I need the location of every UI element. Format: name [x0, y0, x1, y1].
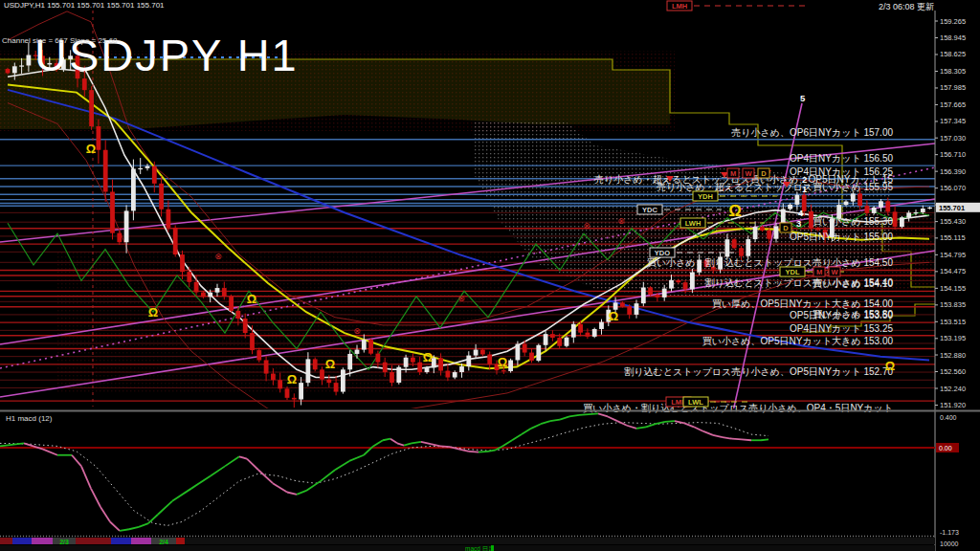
- session-strip: [0, 536, 935, 551]
- main-chart-region[interactable]: [0, 11, 935, 407]
- symbol-ohlc-readout: USDJPY,H1 155.701 155.701 155.701 155.70…: [4, 1, 165, 10]
- price-axis[interactable]: [935, 11, 980, 536]
- macd-panel-region[interactable]: [0, 412, 935, 536]
- price-tag-label: LMH: [672, 2, 687, 11]
- strip-scale-label: 10000: [940, 540, 959, 547]
- mt4-chart-window: 売り小さめ、OP6日NYカット 157.00OP4日NYカット 156.50OP…: [0, 0, 980, 551]
